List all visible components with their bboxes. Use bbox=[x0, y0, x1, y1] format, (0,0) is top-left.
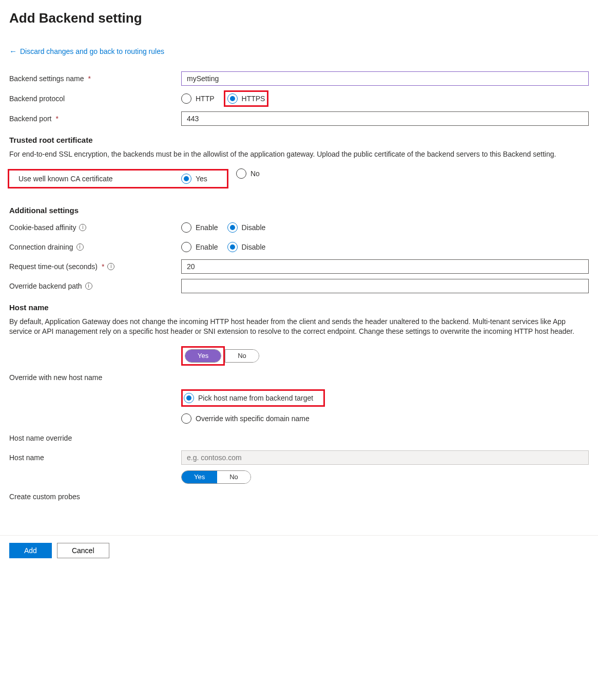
highlight-box: Use well known CA certificate Yes bbox=[8, 169, 228, 188]
radio-icon bbox=[181, 413, 191, 424]
trusted-root-description: For end-to-end SSL encryption, the backe… bbox=[9, 149, 589, 160]
discard-back-link[interactable]: ← Discard changes and go back to routing… bbox=[9, 47, 164, 55]
highlight-box: Yes bbox=[181, 346, 225, 366]
well-known-ca-no-radio[interactable]: No bbox=[236, 168, 260, 179]
custom-probes-toggle[interactable]: Yes No bbox=[181, 470, 251, 484]
radio-icon bbox=[181, 242, 191, 252]
info-icon[interactable]: i bbox=[76, 243, 84, 251]
additional-settings-heading: Additional settings bbox=[9, 206, 589, 215]
well-known-ca-yes-label: Yes bbox=[196, 175, 207, 183]
info-icon[interactable]: i bbox=[85, 282, 92, 290]
override-with-new-hostname-label: Override with new host name bbox=[9, 373, 181, 382]
highlight-box: Pick host name from backend target bbox=[181, 389, 325, 407]
backend-protocol-label: Backend protocol bbox=[9, 94, 181, 103]
override-specific-domain-radio[interactable]: Override with specific domain name bbox=[181, 413, 310, 424]
cookie-affinity-enable-radio[interactable]: Enable bbox=[181, 222, 218, 233]
backend-settings-name-label: Backend settings name* bbox=[9, 74, 181, 83]
host-name-field-label: Host name bbox=[9, 453, 181, 462]
create-custom-probes-label: Create custom probes bbox=[9, 493, 181, 501]
highlight-box: HTTPS bbox=[224, 90, 269, 107]
conn-draining-disable-radio[interactable]: Disable bbox=[227, 242, 266, 252]
arrow-left-icon: ← bbox=[9, 47, 17, 55]
override-host-no[interactable]: No bbox=[225, 350, 259, 362]
override-backend-path-input[interactable] bbox=[181, 279, 589, 293]
backend-port-label: Backend port* bbox=[9, 115, 181, 123]
radio-icon bbox=[227, 242, 238, 252]
page-title: Add Backend setting bbox=[9, 10, 589, 26]
well-known-ca-label: Use well known CA certificate bbox=[9, 175, 181, 183]
override-host-yes[interactable]: Yes bbox=[185, 350, 221, 362]
host-name-description: By default, Application Gateway does not… bbox=[9, 317, 589, 337]
radio-icon bbox=[184, 393, 194, 403]
radio-icon bbox=[227, 222, 238, 233]
info-icon[interactable]: i bbox=[79, 224, 86, 231]
backend-port-input[interactable] bbox=[181, 111, 589, 126]
custom-probes-no[interactable]: No bbox=[217, 471, 250, 483]
protocol-https-label: HTTPS bbox=[242, 94, 265, 103]
info-icon[interactable]: i bbox=[107, 263, 114, 270]
cookie-affinity-label: Cookie-based affinity i bbox=[9, 223, 181, 232]
cookie-affinity-disable-radio[interactable]: Disable bbox=[227, 222, 266, 233]
protocol-http-label: HTTP bbox=[196, 94, 215, 103]
add-button[interactable]: Add bbox=[9, 543, 52, 558]
radio-icon bbox=[181, 174, 191, 184]
footer: Add Cancel bbox=[0, 535, 598, 565]
radio-icon bbox=[181, 222, 191, 233]
trusted-root-heading: Trusted root certificate bbox=[9, 136, 589, 144]
conn-draining-enable-radio[interactable]: Enable bbox=[181, 242, 218, 252]
radio-icon bbox=[181, 93, 191, 104]
request-timeout-label: Request time-out (seconds)* i bbox=[9, 262, 181, 271]
well-known-ca-yes-radio[interactable]: Yes bbox=[181, 174, 207, 184]
request-timeout-input[interactable] bbox=[181, 259, 589, 274]
protocol-http-radio[interactable]: HTTP bbox=[181, 93, 215, 104]
host-name-override-label: Host name override bbox=[9, 434, 181, 442]
custom-probes-yes[interactable]: Yes bbox=[182, 471, 217, 483]
radio-icon bbox=[227, 93, 238, 104]
host-name-heading: Host name bbox=[9, 303, 589, 312]
connection-draining-label: Connection draining i bbox=[9, 243, 181, 251]
well-known-ca-no-label: No bbox=[250, 169, 260, 178]
host-name-input bbox=[181, 450, 589, 465]
backend-settings-name-input[interactable] bbox=[181, 71, 589, 86]
protocol-https-radio[interactable]: HTTPS bbox=[227, 93, 265, 104]
radio-icon bbox=[236, 168, 246, 179]
cancel-button[interactable]: Cancel bbox=[57, 543, 109, 558]
back-link-text: Discard changes and go back to routing r… bbox=[20, 47, 164, 55]
pick-hostname-backend-radio[interactable]: Pick host name from backend target bbox=[184, 393, 313, 403]
override-backend-path-label: Override backend path i bbox=[9, 282, 181, 290]
override-host-toggle[interactable]: Yes bbox=[185, 349, 221, 363]
